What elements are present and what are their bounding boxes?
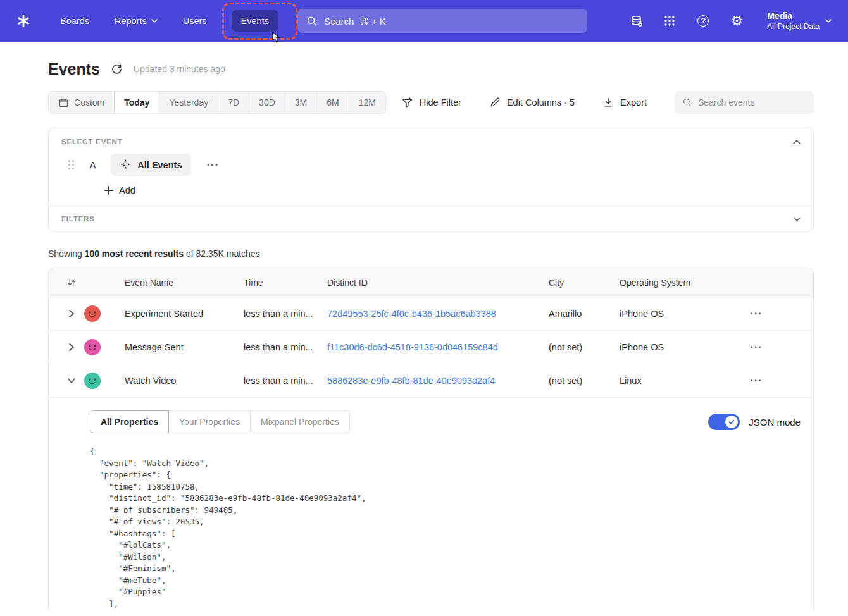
export-button[interactable]: Export	[602, 97, 647, 108]
collapse-section-button[interactable]	[793, 140, 801, 144]
edit-columns-label: Edit Columns · 5	[507, 97, 575, 108]
events-table: Event Name Time Distinct ID City Operati…	[48, 268, 814, 610]
row-menu-button[interactable]: ···	[750, 307, 813, 320]
table-row: Message Sent less than a min... f11c30d6…	[49, 331, 813, 364]
cell-distinct-id[interactable]: 5886283e-e9fb-48fb-81de-40e9093a2af4	[327, 376, 549, 386]
chevron-down-icon	[794, 217, 801, 221]
col-distinct-id[interactable]: Distinct ID	[327, 278, 549, 288]
search-events-box[interactable]	[675, 91, 814, 114]
col-event-name[interactable]: Event Name	[125, 278, 244, 288]
detail-toolbar: All Properties Your Properties Mixpanel …	[90, 410, 801, 433]
export-label: Export	[620, 97, 647, 108]
chevron-right-icon	[68, 343, 75, 352]
select-event-card: SELECT EVENT A	[48, 128, 814, 232]
event-selector-button[interactable]: All Events	[111, 154, 191, 176]
date-range-segmented: Custom Today Yesterday 7D 30D 3M 6M 12M	[48, 91, 386, 114]
filters-section[interactable]: FILTERS	[49, 206, 813, 231]
range-yesterday[interactable]: Yesterday	[159, 92, 218, 113]
col-operating-system[interactable]: Operating System	[620, 278, 733, 288]
project-text: Media All Project Data	[767, 11, 820, 31]
cell-city: (not set)	[549, 342, 620, 352]
range-3m[interactable]: 3M	[285, 92, 316, 113]
row-menu-button[interactable]: ···	[750, 374, 813, 387]
row-menu-button[interactable]: ···	[750, 341, 813, 354]
add-event-label: Add	[119, 185, 135, 195]
chevron-down-icon	[151, 19, 158, 23]
primary-nav: Boards Reports Users Events	[51, 10, 297, 32]
top-navbar: Boards Reports Users Events	[0, 0, 848, 42]
refresh-icon	[111, 64, 122, 75]
collapse-row-button[interactable]	[64, 373, 79, 388]
expand-row-button[interactable]	[64, 340, 79, 355]
data-management-icon[interactable]	[629, 14, 643, 28]
clause-menu-button[interactable]: ···	[206, 159, 219, 171]
mixpanel-logo[interactable]	[14, 11, 33, 30]
navbar-right: ? ⚙ Media All Project Data	[629, 11, 832, 31]
nav-boards[interactable]: Boards	[51, 10, 99, 32]
row-detail-panel: All Properties Your Properties Mixpanel …	[49, 398, 813, 610]
tab-all-properties[interactable]: All Properties	[90, 410, 169, 433]
event-selector-label: All Events	[137, 160, 182, 170]
main-content: Events Updated 3 minutes ago Custom Toda…	[0, 42, 848, 610]
navbar-search-input[interactable]	[324, 16, 578, 27]
page-title: Events	[48, 60, 100, 78]
pencil-icon	[489, 97, 501, 108]
edit-columns-button[interactable]: Edit Columns · 5	[489, 97, 575, 108]
range-30d[interactable]: 30D	[249, 92, 285, 113]
range-7d[interactable]: 7D	[218, 92, 249, 113]
table-header-row: Event Name Time Distinct ID City Operati…	[49, 268, 813, 297]
project-name: Media	[767, 11, 820, 21]
cell-time: less than a min...	[244, 342, 327, 352]
summary-suffix: of 82.35K matches	[184, 249, 260, 259]
range-custom-label: Custom	[74, 97, 104, 108]
project-subtitle: All Project Data	[767, 22, 820, 31]
cell-time: less than a min...	[244, 376, 327, 386]
chevron-up-icon	[793, 140, 801, 144]
range-6m[interactable]: 6M	[316, 92, 348, 113]
collapse-all-button[interactable]	[64, 275, 79, 290]
drag-handle-icon[interactable]	[68, 159, 75, 170]
cell-distinct-id[interactable]: f11c30d6-dc6d-4518-9136-0d046159c84d	[327, 342, 549, 352]
tab-mixpanel-properties[interactable]: Mixpanel Properties	[250, 410, 350, 433]
chevron-down-icon	[825, 19, 832, 23]
filter-funnel-icon	[401, 97, 413, 109]
search-icon	[683, 97, 692, 108]
settings-gear-icon[interactable]: ⚙	[730, 14, 744, 28]
select-event-label: SELECT EVENT	[61, 138, 123, 145]
expand-row-button[interactable]	[64, 306, 79, 321]
cell-city: Amarillo	[549, 309, 620, 319]
summary-prefix: Showing	[48, 249, 85, 259]
navbar-search[interactable]	[297, 9, 587, 33]
help-icon[interactable]: ?	[696, 14, 710, 28]
json-mode-toggle[interactable]	[708, 414, 740, 430]
search-events-input[interactable]	[698, 97, 806, 108]
project-selector[interactable]: Media All Project Data	[767, 11, 832, 31]
avatar	[84, 339, 101, 355]
json-mode-control: JSON mode	[708, 414, 801, 430]
plus-icon	[104, 186, 113, 195]
cell-time: less than a min...	[244, 309, 327, 319]
add-event-button[interactable]: Add	[104, 185, 135, 195]
nav-users[interactable]: Users	[173, 10, 216, 32]
nav-events[interactable]: Events	[232, 10, 278, 32]
cell-os: Linux	[620, 376, 733, 386]
refresh-button[interactable]	[111, 64, 122, 75]
col-time[interactable]: Time	[244, 278, 327, 288]
range-custom[interactable]: Custom	[49, 92, 114, 113]
tab-your-properties[interactable]: Your Properties	[168, 410, 251, 433]
event-sparkle-icon	[120, 159, 131, 170]
json-mode-label: JSON mode	[749, 417, 801, 428]
help-question-mark: ?	[697, 15, 709, 27]
calendar-icon	[58, 97, 69, 108]
nav-reports[interactable]: Reports	[105, 10, 167, 32]
sort-updown-icon	[66, 278, 77, 288]
cell-distinct-id[interactable]: 72d49553-25fc-4f0c-b436-1b5ac6ab3388	[327, 309, 549, 319]
hide-filter-button[interactable]: Hide Filter	[401, 97, 461, 109]
range-today[interactable]: Today	[114, 92, 159, 113]
range-12m[interactable]: 12M	[349, 92, 385, 113]
cell-event-name: Message Sent	[125, 342, 244, 352]
select-event-header: SELECT EVENT	[49, 128, 813, 145]
properties-tabs: All Properties Your Properties Mixpanel …	[90, 410, 350, 433]
col-city[interactable]: City	[549, 278, 620, 288]
apps-grid-icon[interactable]	[663, 14, 677, 28]
